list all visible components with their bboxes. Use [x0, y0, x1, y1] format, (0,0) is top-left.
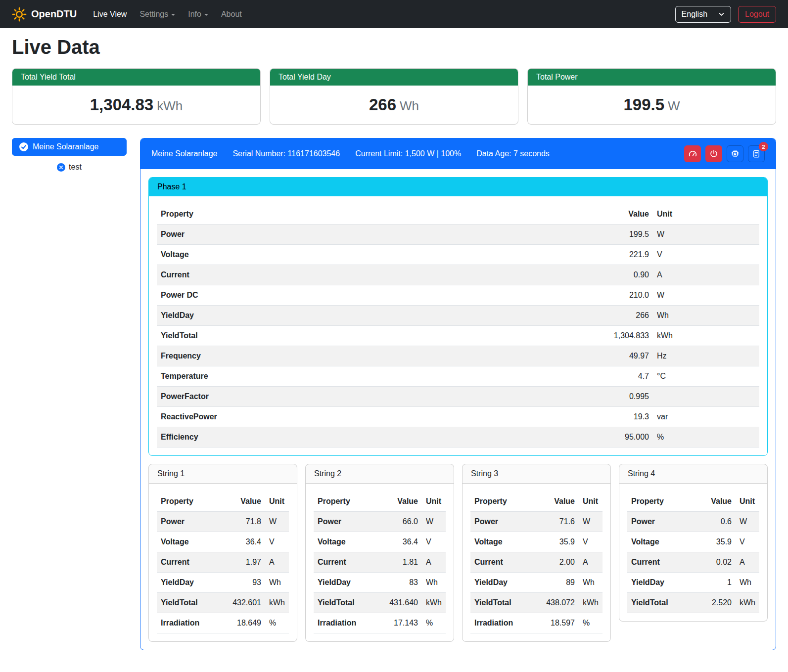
inverter-card: Meine Solaranlage Serial Number: 1161716… [140, 138, 776, 650]
property-cell: YieldTotal [157, 593, 218, 613]
brand[interactable]: OpenDTU [12, 7, 77, 22]
property-cell: Current [157, 265, 454, 285]
unit-cell: W [265, 512, 289, 532]
string-table: Property Value Unit Power66.0WVoltage36.… [314, 492, 446, 633]
event-log-button[interactable]: 2 [748, 145, 765, 162]
nav-link-about[interactable]: About [215, 6, 248, 23]
chevron-down-icon [718, 11, 725, 17]
power-control-button[interactable] [705, 145, 722, 162]
value-cell: 35.9 [694, 532, 736, 552]
unit-cell: % [265, 613, 289, 633]
property-cell: Efficiency [157, 427, 454, 448]
table-row: Efficiency95.000% [157, 427, 759, 448]
value-cell: 17.143 [374, 613, 422, 633]
column-header-property: Property [627, 492, 694, 512]
value-cell: 0.995 [454, 387, 653, 407]
chevron-down-icon [171, 14, 175, 16]
unit-cell: W [422, 512, 446, 532]
table-row: Temperature4.7°C [157, 366, 759, 387]
language-select-value: English [682, 10, 707, 19]
property-cell: Power [627, 512, 694, 532]
logout-button[interactable]: Logout [738, 6, 776, 23]
value-cell: 35.9 [531, 532, 579, 552]
property-cell: Voltage [157, 532, 218, 552]
table-row: Power DC210.0W [157, 285, 759, 306]
column-header-property: Property [157, 204, 454, 224]
column-header-value: Value [218, 492, 265, 512]
table-row: YieldDay83Wh [314, 573, 446, 593]
phase-card: Phase 1 Property Value Unit [148, 177, 768, 456]
table-row: YieldDay89Wh [470, 573, 603, 593]
property-cell: Current [157, 552, 218, 573]
string-table: Property Value Unit Power71.8WVoltage36.… [157, 492, 289, 633]
inverter-name: Meine Solaranlage [151, 149, 217, 158]
table-row: Voltage35.9V [470, 532, 603, 552]
value-cell: 2.00 [531, 552, 579, 573]
unit-cell: V [422, 532, 446, 552]
unit-cell: W [653, 224, 759, 245]
value-cell: 0.02 [694, 552, 736, 573]
table-row: YieldTotal2.520kWh [627, 593, 759, 613]
inverter-sidebar: Meine Solaranlage test [12, 138, 127, 172]
table-header-row: Property Value Unit [470, 492, 603, 512]
property-cell: Frequency [157, 346, 454, 366]
table-row: Current0.02A [627, 552, 759, 573]
string-card-title: String 2 [306, 464, 454, 484]
table-row: PowerFactor0.995 [157, 387, 759, 407]
property-cell: Irradiation [314, 613, 374, 633]
unit-cell: A [653, 265, 759, 285]
cpu-icon [731, 149, 740, 158]
language-select[interactable]: English [675, 6, 731, 23]
unit-cell: % [422, 613, 446, 633]
value-cell: 83 [374, 573, 422, 593]
value-cell: 18.649 [218, 613, 265, 633]
summary-card-body: 199.5W [528, 86, 776, 124]
table-row: Current1.81A [314, 552, 446, 573]
value-cell: 221.9 [454, 245, 653, 265]
property-cell: Voltage [314, 532, 374, 552]
table-row: YieldTotal431.640kWh [314, 593, 446, 613]
table-row: Current0.90A [157, 265, 759, 285]
chevron-down-icon [204, 14, 208, 16]
device-info-button[interactable] [727, 145, 743, 162]
value-cell: 1.97 [218, 552, 265, 573]
column-header-value: Value [531, 492, 579, 512]
inverter-option-test[interactable]: test [54, 162, 85, 172]
property-cell: Irradiation [470, 613, 531, 633]
nav-link-live-view[interactable]: Live View [87, 6, 133, 23]
unit-cell: V [736, 532, 759, 552]
unit-cell: °C [653, 366, 759, 387]
property-cell: YieldDay [314, 573, 374, 593]
unit-cell: Wh [579, 573, 603, 593]
inverter-selected-button[interactable]: Meine Solaranlage [12, 138, 127, 156]
x-circle-icon [57, 163, 65, 172]
table-row: Voltage221.9V [157, 245, 759, 265]
value-cell: 71.8 [218, 512, 265, 532]
unit-cell: A [265, 552, 289, 573]
table-header-row: Property Value Unit [157, 492, 289, 512]
summary-unit: kWh [157, 98, 183, 113]
phase-table: Property Value Unit Power199.5WVoltage22… [157, 204, 759, 448]
column-header-property: Property [470, 492, 531, 512]
total-yield-day-card: Total Yield Day 266Wh [270, 68, 518, 125]
table-row: Power71.8W [157, 512, 289, 532]
property-cell: YieldDay [157, 573, 218, 593]
nav-link-info[interactable]: Info [182, 6, 215, 23]
inverter-card-header: Meine Solaranlage Serial Number: 1161716… [140, 138, 776, 169]
value-cell: 19.3 [454, 407, 653, 427]
phase-card-title: Phase 1 [149, 178, 767, 196]
limit-settings-button[interactable] [684, 145, 701, 162]
value-cell: 438.072 [531, 593, 579, 613]
phase-card-body: Property Value Unit Power199.5WVoltage22… [149, 196, 767, 455]
string-card-title: String 3 [463, 464, 610, 484]
inverter-limit: Current Limit: 1,500 W | 100% [355, 149, 461, 158]
nav-link-settings[interactable]: Settings [133, 6, 182, 23]
table-row: Power71.6W [470, 512, 603, 532]
property-cell: Power [470, 512, 531, 532]
value-cell: 89 [531, 573, 579, 593]
unit-cell: kWh [422, 593, 446, 613]
property-cell: YieldTotal [314, 593, 374, 613]
main-column: Meine Solaranlage Serial Number: 1161716… [140, 138, 776, 650]
navbar: OpenDTU Live View Settings Info About En… [0, 0, 788, 28]
inverter-selected-label: Meine Solaranlage [33, 142, 98, 151]
